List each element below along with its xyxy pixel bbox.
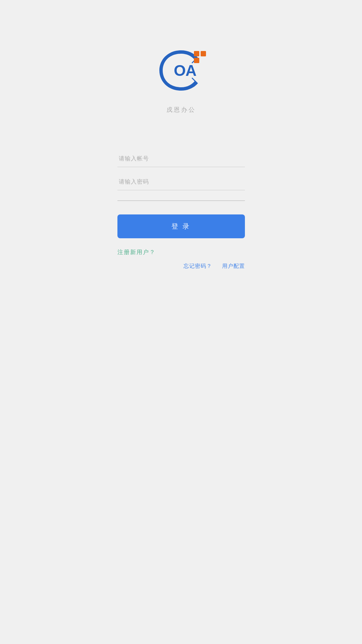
- user-config-link[interactable]: 用户配置: [222, 263, 245, 270]
- svg-text:OA: OA: [174, 62, 196, 79]
- forgot-password-link[interactable]: 忘记密码？: [184, 263, 212, 270]
- logo-section: OA 戍恩办公: [154, 44, 208, 114]
- logo-icon: OA: [154, 44, 208, 97]
- svg-rect-1: [194, 51, 199, 56]
- form-divider: [117, 200, 245, 201]
- password-input[interactable]: [117, 174, 245, 190]
- form-section: 登 录: [117, 151, 245, 238]
- app-subtitle: 戍恩办公: [166, 106, 196, 114]
- svg-rect-3: [194, 58, 199, 63]
- svg-rect-2: [201, 51, 206, 56]
- login-button[interactable]: 登 录: [117, 214, 245, 238]
- register-link[interactable]: 注册新用户？: [117, 248, 156, 256]
- page-container: OA 戍恩办公 登 录 注册新用户？ 忘记密码？ 用户配置: [101, 0, 262, 644]
- bottom-links: 忘记密码？ 用户配置: [117, 263, 245, 270]
- username-input[interactable]: [117, 151, 245, 167]
